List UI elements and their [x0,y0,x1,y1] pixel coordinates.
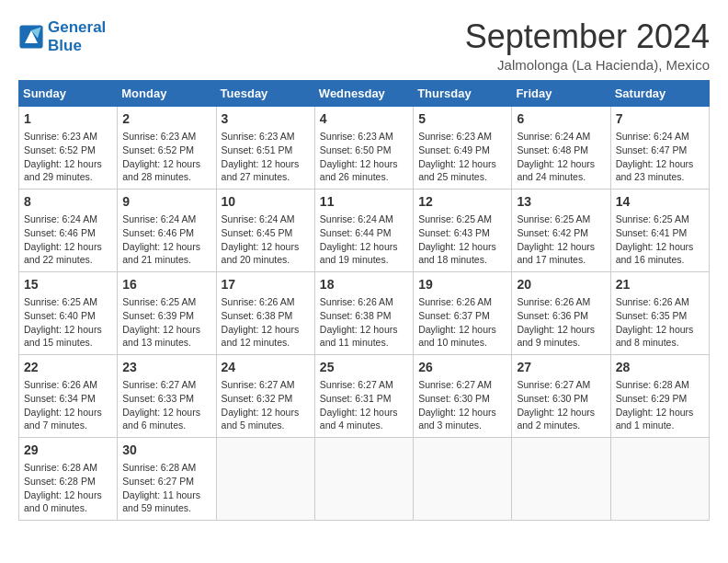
day-header-monday: Monday [118,80,216,106]
calendar-cell: 7Sunrise: 6:24 AM Sunset: 6:47 PM Daylig… [610,106,709,189]
calendar-cell: 9Sunrise: 6:24 AM Sunset: 6:46 PM Daylig… [118,189,216,271]
day-number: 26 [418,359,506,377]
day-info: Sunrise: 6:27 AM Sunset: 6:30 PM Dayligh… [418,378,506,432]
day-info: Sunrise: 6:24 AM Sunset: 6:47 PM Dayligh… [616,130,704,184]
day-info: Sunrise: 6:26 AM Sunset: 6:36 PM Dayligh… [517,295,605,350]
day-number: 1 [24,110,112,129]
calendar-week-5: 29Sunrise: 6:28 AM Sunset: 6:28 PM Dayli… [19,437,710,520]
day-info: Sunrise: 6:25 AM Sunset: 6:43 PM Dayligh… [418,213,506,267]
day-number: 28 [616,359,704,377]
day-number: 7 [616,110,704,129]
calendar-cell: 22Sunrise: 6:26 AM Sunset: 6:34 PM Dayli… [19,354,118,437]
calendar-cell: 5Sunrise: 6:23 AM Sunset: 6:49 PM Daylig… [414,106,512,189]
day-number: 18 [320,276,408,294]
day-info: Sunrise: 6:23 AM Sunset: 6:49 PM Dayligh… [418,130,506,184]
day-number: 17 [222,276,310,294]
logo: General Blue [18,18,106,55]
day-info: Sunrise: 6:25 AM Sunset: 6:41 PM Dayligh… [616,213,704,267]
calendar-cell: 2Sunrise: 6:23 AM Sunset: 6:52 PM Daylig… [118,106,216,189]
calendar-cell: 4Sunrise: 6:23 AM Sunset: 6:50 PM Daylig… [314,106,413,189]
day-header-wednesday: Wednesday [314,80,413,106]
day-number: 13 [517,193,605,212]
calendar-cell: 17Sunrise: 6:26 AM Sunset: 6:38 PM Dayli… [216,271,314,354]
calendar-cell: 14Sunrise: 6:25 AM Sunset: 6:41 PM Dayli… [610,189,709,271]
day-header-saturday: Saturday [610,80,709,106]
day-info: Sunrise: 6:24 AM Sunset: 6:44 PM Dayligh… [320,213,408,267]
day-number: 15 [24,276,112,294]
calendar-cell: 21Sunrise: 6:26 AM Sunset: 6:35 PM Dayli… [610,271,709,354]
day-info: Sunrise: 6:24 AM Sunset: 6:48 PM Dayligh… [517,130,605,184]
calendar: SundayMondayTuesdayWednesdayThursdayFrid… [18,80,710,521]
day-number: 24 [222,359,310,377]
calendar-week-1: 1Sunrise: 6:23 AM Sunset: 6:52 PM Daylig… [19,106,710,189]
calendar-cell: 30Sunrise: 6:28 AM Sunset: 6:27 PM Dayli… [118,437,216,520]
calendar-cell: 23Sunrise: 6:27 AM Sunset: 6:33 PM Dayli… [118,354,216,437]
calendar-cell [314,437,413,520]
day-info: Sunrise: 6:26 AM Sunset: 6:35 PM Dayligh… [616,295,704,350]
day-number: 2 [122,110,210,129]
calendar-cell: 24Sunrise: 6:27 AM Sunset: 6:32 PM Dayli… [216,354,314,437]
calendar-cell: 29Sunrise: 6:28 AM Sunset: 6:28 PM Dayli… [19,437,118,520]
day-info: Sunrise: 6:27 AM Sunset: 6:32 PM Dayligh… [222,378,310,432]
calendar-header-row: SundayMondayTuesdayWednesdayThursdayFrid… [19,80,710,106]
calendar-cell: 18Sunrise: 6:26 AM Sunset: 6:38 PM Dayli… [314,271,413,354]
day-info: Sunrise: 6:24 AM Sunset: 6:46 PM Dayligh… [122,213,210,267]
calendar-cell: 10Sunrise: 6:24 AM Sunset: 6:45 PM Dayli… [216,189,314,271]
day-header-thursday: Thursday [414,80,512,106]
calendar-cell: 12Sunrise: 6:25 AM Sunset: 6:43 PM Dayli… [414,189,512,271]
day-number: 6 [517,110,605,129]
logo-icon [18,24,44,50]
day-info: Sunrise: 6:26 AM Sunset: 6:38 PM Dayligh… [320,295,408,350]
calendar-cell: 15Sunrise: 6:25 AM Sunset: 6:40 PM Dayli… [19,271,118,354]
day-number: 12 [418,193,506,212]
day-info: Sunrise: 6:27 AM Sunset: 6:30 PM Dayligh… [517,378,605,432]
calendar-cell: 8Sunrise: 6:24 AM Sunset: 6:46 PM Daylig… [19,189,118,271]
day-info: Sunrise: 6:23 AM Sunset: 6:51 PM Dayligh… [222,130,310,184]
day-number: 9 [122,193,210,212]
day-number: 19 [418,276,506,294]
day-header-friday: Friday [512,80,610,106]
calendar-cell: 25Sunrise: 6:27 AM Sunset: 6:31 PM Dayli… [314,354,413,437]
day-info: Sunrise: 6:24 AM Sunset: 6:46 PM Dayligh… [24,213,112,267]
day-info: Sunrise: 6:26 AM Sunset: 6:38 PM Dayligh… [222,295,310,350]
day-info: Sunrise: 6:25 AM Sunset: 6:42 PM Dayligh… [517,213,605,267]
logo-text: General Blue [48,18,106,55]
calendar-cell: 27Sunrise: 6:27 AM Sunset: 6:30 PM Dayli… [512,354,610,437]
calendar-body: 1Sunrise: 6:23 AM Sunset: 6:52 PM Daylig… [19,106,710,520]
day-info: Sunrise: 6:26 AM Sunset: 6:34 PM Dayligh… [24,378,112,432]
day-info: Sunrise: 6:25 AM Sunset: 6:39 PM Dayligh… [122,295,210,350]
day-info: Sunrise: 6:23 AM Sunset: 6:52 PM Dayligh… [122,130,210,184]
day-info: Sunrise: 6:25 AM Sunset: 6:40 PM Dayligh… [24,295,112,350]
calendar-cell [216,437,314,520]
day-info: Sunrise: 6:27 AM Sunset: 6:31 PM Dayligh… [320,378,408,432]
calendar-cell: 16Sunrise: 6:25 AM Sunset: 6:39 PM Dayli… [118,271,216,354]
day-number: 25 [320,359,408,377]
calendar-cell [610,437,709,520]
day-number: 29 [24,442,112,460]
calendar-week-2: 8Sunrise: 6:24 AM Sunset: 6:46 PM Daylig… [19,189,710,271]
day-info: Sunrise: 6:28 AM Sunset: 6:27 PM Dayligh… [122,461,210,515]
calendar-cell: 26Sunrise: 6:27 AM Sunset: 6:30 PM Dayli… [414,354,512,437]
day-number: 11 [320,193,408,212]
day-info: Sunrise: 6:23 AM Sunset: 6:52 PM Dayligh… [24,130,112,184]
location-title: Jalmolonga (La Hacienda), Mexico [465,57,710,73]
day-number: 5 [418,110,506,129]
day-number: 27 [517,359,605,377]
calendar-cell [414,437,512,520]
day-number: 16 [122,276,210,294]
day-number: 3 [222,110,310,129]
day-number: 30 [122,442,210,460]
calendar-cell: 13Sunrise: 6:25 AM Sunset: 6:42 PM Dayli… [512,189,610,271]
day-number: 22 [24,359,112,377]
header: General Blue September 2024 Jalmolonga (… [18,18,710,73]
day-header-tuesday: Tuesday [216,80,314,106]
calendar-week-3: 15Sunrise: 6:25 AM Sunset: 6:40 PM Dayli… [19,271,710,354]
day-info: Sunrise: 6:26 AM Sunset: 6:37 PM Dayligh… [418,295,506,350]
day-number: 21 [616,276,704,294]
calendar-cell: 6Sunrise: 6:24 AM Sunset: 6:48 PM Daylig… [512,106,610,189]
day-info: Sunrise: 6:27 AM Sunset: 6:33 PM Dayligh… [122,378,210,432]
day-number: 20 [517,276,605,294]
calendar-cell: 28Sunrise: 6:28 AM Sunset: 6:29 PM Dayli… [610,354,709,437]
calendar-cell: 3Sunrise: 6:23 AM Sunset: 6:51 PM Daylig… [216,106,314,189]
day-info: Sunrise: 6:28 AM Sunset: 6:29 PM Dayligh… [616,378,704,432]
